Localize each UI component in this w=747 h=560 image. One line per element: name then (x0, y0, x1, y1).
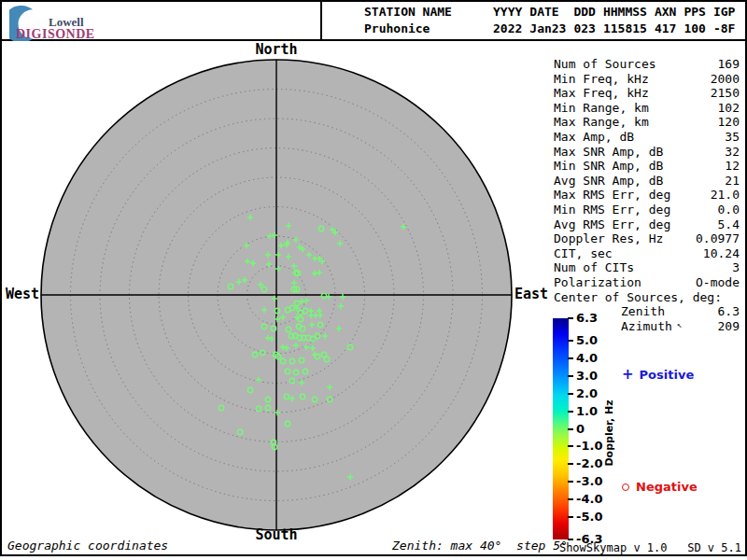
stat-label: CIT, sec (554, 246, 613, 261)
stat-row: Min RMS Err, deg0.0 (554, 203, 740, 217)
colorbar-tick (568, 445, 573, 447)
header-divider (320, 0, 322, 39)
colorbar-tick-label: -3.0 (576, 474, 602, 488)
colorbar-tick-label: 3.0 (576, 369, 598, 383)
stat-row: PolarizationO-mode (554, 275, 740, 290)
colorbar-tick (568, 375, 573, 377)
stat-row: Min Range, km102 (554, 101, 740, 116)
station-column: IGP-8F (713, 4, 735, 37)
legend-negative: Negative (622, 480, 698, 494)
colorbar-tick-label: 4.0 (576, 351, 598, 365)
stat-value: 10.24 (703, 246, 740, 261)
legend-negative-label: Negative (636, 480, 698, 494)
doppler-axis-label: Doppler, Hz (603, 399, 615, 466)
stat-label: Max Range, km (554, 115, 649, 130)
column-label: YYYY (493, 4, 522, 21)
stat-label: Polarization (554, 275, 641, 290)
colorbar-tick-label: -2.0 (576, 456, 602, 470)
header-separator (0, 39, 747, 41)
column-label: PPS (684, 4, 705, 21)
column-label: DDD (573, 4, 595, 21)
stat-row: Avg SNR Amp, dB21 (554, 174, 740, 189)
station-column: AXN417 (655, 4, 676, 37)
stat-row: Avg RMS Err, deg5.4 (554, 217, 740, 232)
stat-label: Max Freq, kHz (554, 86, 649, 101)
stat-row: Min Freq, kHz2000 (554, 72, 740, 87)
stat-value: 102 (718, 101, 740, 116)
colorbar-tick (568, 393, 573, 395)
stat-value: 3 (732, 260, 740, 275)
colorbar-tick-label: -5.0 (576, 510, 602, 524)
stat-value: 2150 (711, 86, 740, 101)
stat-value: 21 (725, 174, 740, 189)
compass-label-south: South (230, 526, 323, 543)
stat-label: Azimuth (621, 319, 672, 334)
colorbar-tick (568, 463, 573, 465)
station-column: HHMMSS115815 (603, 4, 647, 37)
stat-row: Center of Sources, deg: (554, 290, 740, 305)
stat-row: Max SNR Amp, dB32 (554, 145, 740, 160)
stat-value: 209 (718, 319, 740, 334)
stat-row: Max Range, km120 (554, 115, 740, 130)
column-value: 417 (655, 21, 676, 37)
plus-marker-icon: + (622, 369, 634, 381)
stat-label: Max SNR Amp, dB (554, 145, 663, 160)
azimuth-direction-icon: ↖ (677, 318, 682, 333)
colorbar-tick-label: 5.0 (576, 333, 598, 347)
colorbar-tick (568, 317, 573, 319)
station-column: DATEJan23 (529, 4, 566, 37)
doppler-colorbar-ticks: 6.35.04.03.02.01.00-1.0-2.0-3.0-4.0-5.0-… (553, 318, 609, 539)
station-name-label: STATION NAME (364, 4, 486, 21)
colorbar-tick (568, 340, 573, 342)
station-column: PPS100 (684, 4, 705, 37)
stat-row: Min SNR Amp, dB12 (554, 159, 740, 174)
stat-label: Zenith (621, 304, 665, 319)
stat-row: Max Amp, dB35 (554, 130, 740, 145)
stat-value: 169 (718, 57, 740, 72)
stat-value: 35 (725, 130, 740, 145)
coordinates-note: Geographic coordinates (7, 539, 168, 553)
stat-label: Center of Sources, deg: (554, 290, 722, 305)
column-value: 023 (573, 21, 595, 37)
colorbar-tick (568, 539, 573, 540)
compass-label-west: West (0, 286, 39, 302)
station-column: YYYY2022 (493, 4, 522, 37)
colorbar-tick-label: 0 (576, 422, 585, 436)
stat-value: 0.0977 (696, 231, 740, 246)
stat-value: 6.3 (718, 304, 740, 319)
stat-label: Min SNR Amp, dB (554, 159, 663, 174)
column-label: HHMMSS (603, 4, 647, 21)
zenith-scale-note: Zenith: max 40° step 5° (392, 539, 568, 553)
colorbar-tick-label: -4.0 (576, 492, 602, 506)
colorbar-tick (568, 516, 573, 518)
stat-label: Min Freq, kHz (554, 72, 649, 87)
stat-value: 5.4 (718, 217, 740, 232)
colorbar-tick (568, 481, 573, 483)
stat-label: Doppler Res, Hz (554, 231, 663, 246)
column-value: 2022 (493, 21, 522, 37)
measurement-stats-panel: Num of Sources169Min Freq, kHz2000Max Fr… (554, 57, 740, 333)
colorbar-tick (568, 498, 573, 500)
station-column: STATION NAME Pruhonice (364, 4, 486, 37)
stat-row: Num of CITs3 (554, 260, 740, 275)
stat-value: 32 (725, 145, 740, 160)
column-value: -8F (713, 21, 735, 37)
column-value: 115815 (603, 21, 647, 37)
column-value: 100 (684, 21, 705, 37)
compass-label-north: North (230, 41, 323, 58)
stat-row: Max Freq, kHz2150 (554, 86, 740, 101)
stat-label: Max RMS Err, deg (554, 188, 670, 203)
logo-digisonde-text: DIGISONDE (16, 27, 95, 42)
colorbar-tick-label: 2.0 (576, 386, 598, 400)
stat-value: O-mode (696, 275, 740, 290)
station-header-table: STATION NAME Pruhonice YYYY2022DATEJan23… (364, 4, 742, 37)
legend-positive: + Positive (622, 368, 694, 382)
stat-row: Num of Sources169 (554, 57, 740, 72)
stat-row: CIT, sec10.24 (554, 246, 740, 261)
stat-label: Max Amp, dB (554, 130, 634, 145)
stat-label: Num of CITs (554, 260, 634, 275)
stat-label: Min RMS Err, deg (554, 203, 670, 217)
showskymap-screen: { "logo": { "line1": "Lowell", "line2": … (0, 0, 747, 560)
stat-label: Min Range, km (554, 101, 649, 116)
colorbar-tick-label: 6.3 (576, 311, 598, 325)
